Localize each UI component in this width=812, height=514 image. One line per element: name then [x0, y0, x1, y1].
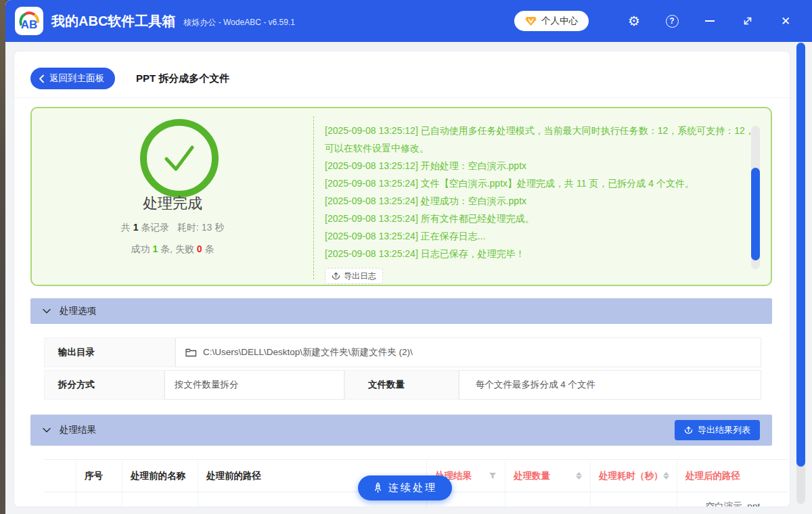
continue-processing-label: 连续处理 — [388, 482, 437, 494]
chevron-left-icon — [39, 74, 45, 83]
filter-funnel-icon[interactable] — [489, 472, 497, 480]
output-dir-value: C:\Users\DELL\Desktop\新建文件夹\新建文件夹 (2)\ — [203, 346, 413, 358]
gear-icon: ⚙ — [628, 14, 640, 28]
rocket-icon — [373, 482, 383, 494]
results-section-header[interactable]: 处理结果 导出结果列表 — [30, 415, 772, 446]
log-scrollbar[interactable] — [751, 126, 760, 269]
close-icon: ✕ — [781, 16, 790, 27]
cell-output-path: 空白演示_ppt — [677, 492, 788, 507]
split-mode-label: 拆分方式 — [44, 370, 164, 400]
split-mode-select[interactable]: 按文件数量拆分 — [164, 370, 344, 400]
cell-expand: + — [44, 492, 76, 507]
cell-count: 4 — [505, 492, 591, 507]
file-count-label: 文件数量 — [344, 370, 459, 400]
help-icon: ? — [666, 15, 679, 28]
file-count-value: 每个文件最多拆分成 4 个文件 — [476, 379, 595, 391]
output-dir-field[interactable]: C:\Users\DELL\Desktop\新建文件夹\新建文件夹 (2)\ — [175, 337, 761, 367]
summary-line-result: 成功 1 条, 失败 0 条 — [32, 243, 313, 256]
panel-divider — [313, 116, 314, 279]
page-title: PPT 拆分成多个文件 — [136, 72, 229, 85]
maximize-icon — [742, 16, 753, 26]
success-ring — [140, 119, 219, 197]
back-to-dashboard-button[interactable]: 返回到主面板 — [30, 68, 115, 89]
fail-suffix: 条 — [204, 243, 214, 254]
app-logo: AB — [15, 7, 43, 35]
fail-label: 失败 — [175, 243, 194, 254]
output-dir-label: 输出目录 — [44, 337, 175, 367]
chevron-down-icon — [43, 308, 51, 314]
cell-elapsed: 11.77 — [591, 492, 677, 507]
header-source-name: 处理前的名称 — [122, 460, 198, 492]
upload-icon — [332, 272, 340, 281]
app-subtitle: 核烁办公 - WodeABC - v6.59.1 — [183, 17, 295, 28]
log-line: [2025-09-08 13:25:12] 开始处理：空白演示.pptx — [325, 157, 762, 174]
options-section-title: 处理选项 — [60, 305, 96, 317]
success-count: 1 — [152, 243, 158, 254]
header-divider — [14, 97, 790, 98]
split-mode-value: 按文件数量拆分 — [175, 379, 239, 391]
log-line: [2025-09-08 13:25:12] 已自动使用多任务处理模式，当前最大同… — [325, 122, 762, 157]
status-title: 处理完成 — [32, 193, 313, 214]
result-summary-panel: 处理完成 共 1 条记录 耗时: 13 秒 成功 1 条, 失败 0 条 — [30, 107, 772, 286]
header-elapsed-label: 处理耗时（秒） — [599, 470, 663, 482]
cell-index: 1 — [76, 492, 122, 507]
export-results-button[interactable]: 导出结果列表 — [675, 420, 760, 440]
elapsed-time: 耗时: 13 秒 — [177, 222, 224, 233]
minimize-button[interactable] — [698, 9, 721, 32]
app-title: 我的ABC软件工具箱 — [51, 12, 175, 30]
abc-logo-icon: AB — [17, 9, 41, 33]
log-output: [2025-09-08 13:25:12] 已自动使用多任务处理模式，当前最大同… — [325, 122, 762, 262]
success-suffix: 条, — [160, 243, 173, 254]
file-count-field[interactable]: 每个文件最多拆分成 4 个文件 — [459, 370, 761, 400]
window-body: 返回到主面板 PPT 拆分成多个文件 处理完成 共 1 条记录 — [5, 42, 812, 514]
export-log-label: 导出日志 — [344, 271, 376, 282]
sort-icon[interactable] — [663, 472, 669, 480]
log-line: [2025-09-08 13:25:24] 文件【空白演示.pptx】处理完成，… — [325, 174, 762, 192]
results-section-title: 处理结果 — [60, 424, 96, 436]
desktop-background — [0, 0, 5, 514]
export-results-label: 导出结果列表 — [698, 424, 750, 436]
header-count[interactable]: 处理数量 — [505, 460, 591, 492]
settings-button[interactable]: ⚙ — [623, 9, 646, 32]
user-center-label: 个人中心 — [541, 15, 578, 27]
header-index: 序号 — [76, 460, 122, 492]
options-section-header[interactable]: 处理选项 — [30, 298, 772, 324]
upload-icon — [684, 426, 693, 435]
svg-text:AB: AB — [21, 18, 38, 31]
main-card: 返回到主面板 PPT 拆分成多个文件 处理完成 共 1 条记录 — [14, 51, 790, 507]
log-line: [2025-09-08 13:25:24] 正在保存日志... — [325, 227, 762, 245]
folder-icon — [185, 348, 197, 357]
continue-processing-button[interactable]: 连续处理 — [358, 475, 452, 500]
total-label: 共 — [121, 222, 131, 233]
export-log-button[interactable]: 导出日志 — [325, 268, 383, 284]
minimize-icon — [705, 20, 715, 22]
back-button-label: 返回到主面板 — [49, 72, 104, 85]
log-scrollbar-thumb[interactable] — [751, 168, 760, 260]
log-line: [2025-09-08 13:25:24] 日志已保存，处理完毕！ — [325, 245, 762, 262]
header-output-path: 处理后的路径 — [677, 460, 788, 492]
total-suffix: 条记录 — [141, 222, 169, 233]
cell-source-name: 空白演示.pptx — [122, 492, 198, 507]
check-icon — [158, 141, 200, 176]
success-label: 成功 — [131, 243, 150, 254]
total-count: 1 — [133, 222, 139, 233]
page-scrollbar[interactable] — [796, 43, 805, 504]
log-line: [2025-09-08 13:25:24] 所有文件都已经处理完成。 — [325, 210, 762, 227]
help-button[interactable]: ? — [660, 9, 683, 32]
page-scrollbar-thumb[interactable] — [796, 43, 805, 467]
header-expand — [44, 460, 76, 492]
sort-icon[interactable] — [576, 472, 582, 480]
result-status-pane: 处理完成 共 1 条记录 耗时: 13 秒 成功 1 条, 失败 0 条 — [32, 108, 313, 285]
app-window: AB 我的ABC软件工具箱 核烁办公 - WodeABC - v6.59.1 个… — [5, 0, 812, 514]
close-button[interactable]: ✕ — [774, 9, 797, 32]
fail-count: 0 — [197, 243, 202, 254]
summary-line-total: 共 1 条记录 耗时: 13 秒 — [32, 222, 313, 234]
user-center-button[interactable]: 个人中心 — [514, 11, 589, 31]
header-count-label: 处理数量 — [514, 470, 550, 482]
title-bar: AB 我的ABC软件工具箱 核烁办公 - WodeABC - v6.59.1 个… — [5, 0, 812, 42]
chevron-down-icon — [43, 427, 51, 433]
header-elapsed[interactable]: 处理耗时（秒） — [591, 460, 677, 492]
maximize-button[interactable] — [736, 9, 759, 32]
log-line: [2025-09-08 13:25:24] 处理成功：空白演示.pptx — [325, 192, 762, 210]
vip-badge-icon — [525, 16, 537, 26]
